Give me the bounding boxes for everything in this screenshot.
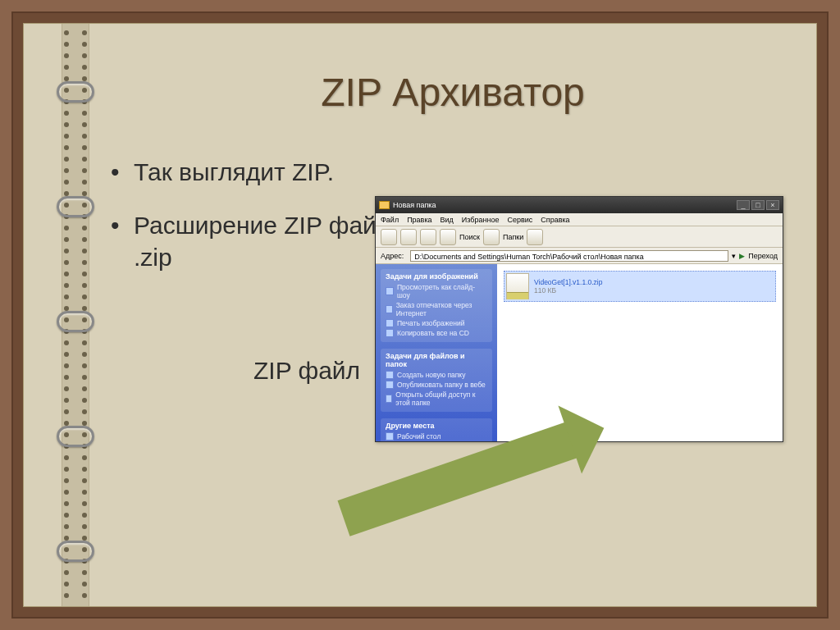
task-icon [386,329,394,337]
sidebar-panel-title: Задачи для файлов и папок [386,352,487,368]
file-pane[interactable]: VideoGet[1].v1.1.0.zip 110 КБ [497,264,783,441]
window-title: Новая папка [393,201,436,209]
folder-icon [379,201,390,209]
sidebar-task-item[interactable]: Опубликовать папку в вебе [386,381,487,389]
slide-paper: ZIP Архиватор Так выглядит ZIP. Расширен… [23,23,817,607]
task-label: Просмотреть как слайд-шоу [397,283,487,299]
toolbar: Поиск Папки [376,226,783,248]
bullet-item: Так выглядит ZIP. [106,156,450,188]
address-label: Адрес: [381,252,404,260]
notebook-ring [57,196,94,217]
maximize-button[interactable]: □ [751,200,765,210]
notebook-ring [57,81,94,103]
zip-file-item[interactable]: VideoGet[1].v1.1.0.zip 110 КБ [504,271,776,302]
sidebar-task-item[interactable]: Открыть общий доступ к этой папке [386,390,487,407]
task-icon [386,381,394,389]
sidebar-task-item[interactable]: Создать новую папку [386,371,487,379]
task-label: Открыть общий доступ к этой папке [395,390,487,407]
menu-item[interactable]: Избранное [462,216,500,224]
file-name: VideoGet[1].v1.1.0.zip [534,278,602,286]
sidebar-task-item[interactable]: Рабочий стол [386,432,487,441]
sidebar-panel: Другие местаРабочий столРисунки (общие)М… [381,418,492,441]
task-label: Копировать все на CD [397,329,469,337]
menu-item[interactable]: Справка [541,216,569,224]
minimize-button[interactable]: _ [737,200,750,210]
task-icon [386,432,394,441]
task-icon [386,319,394,327]
menu-item[interactable]: Сервис [507,216,532,224]
task-label: Опубликовать папку в вебе [397,381,486,389]
folders-button[interactable] [483,229,500,245]
menu-item[interactable]: Файл [381,216,399,224]
go-button[interactable]: ▶ [739,252,745,260]
sidebar-task-item[interactable]: Печать изображений [386,319,487,327]
menu-item[interactable]: Правка [407,216,431,224]
tasks-sidebar: Задачи для изображенийПросмотреть как сл… [376,264,497,441]
sidebar-task-item[interactable]: Заказ отпечатков через Интернет [386,301,487,317]
menubar: Файл Правка Вид Избранное Сервис Справка [376,213,783,226]
address-bar: Адрес: D:\Documents and Settings\Human T… [376,248,783,264]
sidebar-panel-title: Другие места [386,422,487,430]
notebook-ring [57,311,94,332]
sidebar-task-item[interactable]: Просмотреть как слайд-шоу [386,283,487,299]
slide-title: ZIP Архиватор [106,70,800,115]
window-buttons: _ □ × [737,200,779,210]
zip-file-caption: ZIP файл [253,357,360,385]
task-icon [386,395,392,403]
notebook-ring [57,426,94,447]
back-button[interactable] [381,229,397,245]
go-label[interactable]: Переход [748,252,778,260]
zip-icon [506,273,529,299]
task-label: Создать новую папку [397,371,465,379]
task-icon [386,305,393,313]
views-button[interactable] [527,229,543,245]
task-icon [386,371,394,379]
up-button[interactable] [420,229,436,245]
sidebar-panel: Задачи для файлов и папокСоздать новую п… [381,349,492,412]
notebook-ring [57,541,94,562]
sidebar-panel: Задачи для изображенийПросмотреть как сл… [381,269,492,342]
task-label: Заказ отпечатков через Интернет [396,301,487,317]
sidebar-panel-title: Задачи для изображений [386,272,487,281]
slide-content: ZIP Архиватор Так выглядит ZIP. Расширен… [106,40,800,590]
outer-frame: ZIP Архиватор Так выглядит ZIP. Расширен… [11,11,829,619]
menu-item[interactable]: Вид [441,216,454,224]
sidebar-task-item[interactable]: Копировать все на CD [386,329,487,337]
close-button[interactable]: × [766,200,779,210]
search-button[interactable] [440,229,456,245]
forward-button[interactable] [400,229,417,245]
address-input[interactable]: D:\Documents and Settings\Human Torch\Ра… [410,250,728,262]
dropdown-icon[interactable]: ▾ [732,252,736,260]
task-label: Рабочий стол [397,432,441,441]
window-titlebar: Новая папка _ □ × [376,197,783,213]
toolbar-label-folders: Папки [503,233,523,241]
task-label: Печать изображений [397,319,464,327]
toolbar-label-search: Поиск [459,233,480,241]
task-icon [386,287,394,295]
file-size: 110 КБ [534,286,602,294]
